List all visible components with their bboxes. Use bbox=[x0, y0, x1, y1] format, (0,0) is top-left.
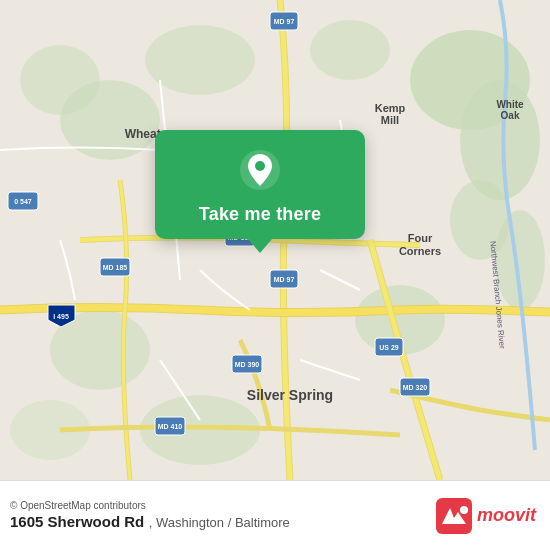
svg-text:0 547: 0 547 bbox=[14, 198, 32, 205]
svg-rect-43 bbox=[436, 498, 472, 534]
svg-text:Silver Spring: Silver Spring bbox=[247, 387, 333, 403]
moovit-icon bbox=[436, 498, 472, 534]
svg-text:MD 320: MD 320 bbox=[403, 384, 428, 391]
moovit-logo: moovit bbox=[436, 498, 536, 534]
svg-text:MD 97: MD 97 bbox=[274, 18, 295, 25]
svg-text:MD 390: MD 390 bbox=[235, 361, 260, 368]
svg-text:White: White bbox=[496, 99, 524, 110]
svg-text:Four: Four bbox=[408, 232, 433, 244]
address-line: 1605 Sherwood Rd bbox=[10, 513, 144, 530]
svg-text:Mill: Mill bbox=[381, 114, 399, 126]
svg-point-7 bbox=[145, 25, 255, 95]
map-svg: MD 97 MD 97 I 495 MD 192 MD 185 0 547 US… bbox=[0, 0, 550, 480]
bottom-bar: © OpenStreetMap contributors 1605 Sherwo… bbox=[0, 480, 550, 550]
svg-text:Kemp: Kemp bbox=[375, 102, 406, 114]
location-pin-icon bbox=[238, 148, 282, 192]
take-me-there-button[interactable]: Take me there bbox=[199, 204, 321, 225]
svg-text:MD 185: MD 185 bbox=[103, 264, 128, 271]
osm-credit: © OpenStreetMap contributors bbox=[10, 500, 290, 511]
svg-point-42 bbox=[255, 161, 265, 171]
svg-text:MD 97: MD 97 bbox=[274, 276, 295, 283]
svg-point-44 bbox=[460, 506, 468, 514]
map-area[interactable]: MD 97 MD 97 I 495 MD 192 MD 185 0 547 US… bbox=[0, 0, 550, 480]
svg-text:US 29: US 29 bbox=[379, 344, 399, 351]
svg-text:Oak: Oak bbox=[501, 110, 520, 121]
svg-text:Corners: Corners bbox=[399, 245, 441, 257]
svg-point-8 bbox=[310, 20, 390, 80]
svg-text:I 495: I 495 bbox=[53, 313, 69, 320]
location-card[interactable]: Take me there bbox=[155, 130, 365, 239]
moovit-text: moovit bbox=[477, 505, 536, 526]
svg-point-6 bbox=[20, 45, 100, 115]
svg-text:MD 410: MD 410 bbox=[158, 423, 183, 430]
city-line: , Washington / Baltimore bbox=[149, 515, 290, 530]
address-info: © OpenStreetMap contributors 1605 Sherwo… bbox=[10, 500, 290, 531]
